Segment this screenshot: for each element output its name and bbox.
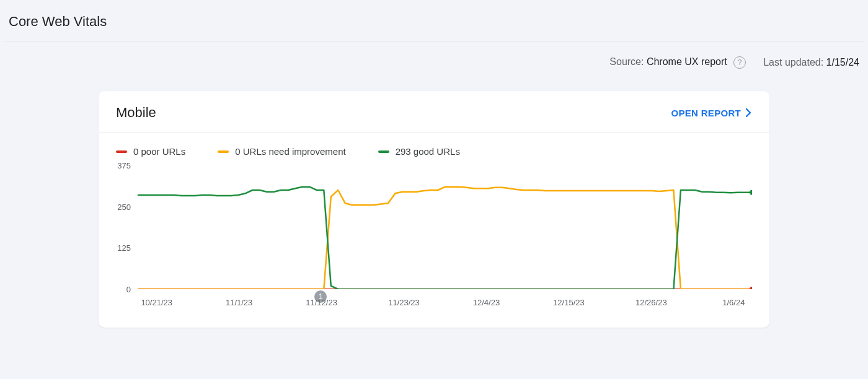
- chart-legend: 0 poor URLs 0 URLs need improvement 293 …: [99, 133, 769, 162]
- legend-label-poor: 0 poor URLs: [133, 146, 185, 157]
- x-tick-label: 10/21/23: [141, 298, 172, 307]
- series-needs_improvement: [138, 187, 752, 289]
- last-updated-label: Last updated:: [763, 57, 823, 68]
- chart-area: 0125250375 1 10/21/2311/1/2311/12/2311/2…: [99, 162, 769, 328]
- x-tick-label: 12/4/23: [473, 298, 500, 307]
- source-label: Source:: [609, 56, 644, 67]
- series-good: [138, 187, 752, 289]
- y-tick-label: 250: [117, 202, 131, 211]
- end-dot-poor: [750, 287, 752, 289]
- source-value: Chrome UX report: [647, 56, 727, 67]
- x-tick-label: 12/15/23: [553, 298, 585, 307]
- page-title: Core Web Vitals: [0, 0, 868, 41]
- meta-row: Source: Chrome UX report ? Last updated:…: [0, 41, 868, 69]
- mobile-card: Mobile OPEN REPORT 0 poor URLs 0 URLs ne…: [99, 91, 769, 328]
- line-chart: [116, 165, 752, 289]
- open-report-label: OPEN REPORT: [671, 108, 741, 118]
- x-tick-label: 11/1/23: [226, 298, 252, 307]
- legend-swatch-needs: [218, 150, 229, 153]
- legend-item-good: 293 good URLs: [378, 146, 460, 157]
- last-updated-block: Last updated: 1/15/24: [763, 57, 859, 68]
- open-report-button[interactable]: OPEN REPORT: [671, 108, 752, 118]
- x-tick-label: 1/6/24: [722, 298, 745, 307]
- source-block: Source: Chrome UX report ?: [609, 56, 746, 69]
- x-tick-label: 12/26/23: [636, 298, 667, 307]
- y-tick-label: 0: [126, 285, 131, 294]
- y-tick-label: 125: [117, 243, 131, 253]
- y-tick-label: 375: [117, 161, 131, 170]
- legend-item-poor: 0 poor URLs: [116, 146, 185, 157]
- card-title: Mobile: [116, 105, 156, 121]
- legend-item-needs: 0 URLs need improvement: [218, 146, 345, 157]
- legend-swatch-good: [378, 150, 389, 153]
- legend-label-good: 293 good URLs: [396, 146, 460, 157]
- chevron-right-icon: [746, 108, 752, 117]
- x-tick-label: 11/23/23: [388, 298, 420, 307]
- last-updated-value: 1/15/24: [826, 57, 859, 68]
- end-dot-good: [750, 190, 752, 195]
- legend-label-needs: 0 URLs need improvement: [235, 146, 345, 157]
- legend-swatch-poor: [116, 150, 127, 153]
- x-axis-labels: 10/21/2311/1/2311/12/2311/23/2312/4/2312…: [138, 298, 752, 313]
- card-header: Mobile OPEN REPORT: [99, 91, 769, 133]
- help-icon[interactable]: ?: [733, 56, 746, 69]
- x-tick-label: 11/12/23: [306, 298, 337, 307]
